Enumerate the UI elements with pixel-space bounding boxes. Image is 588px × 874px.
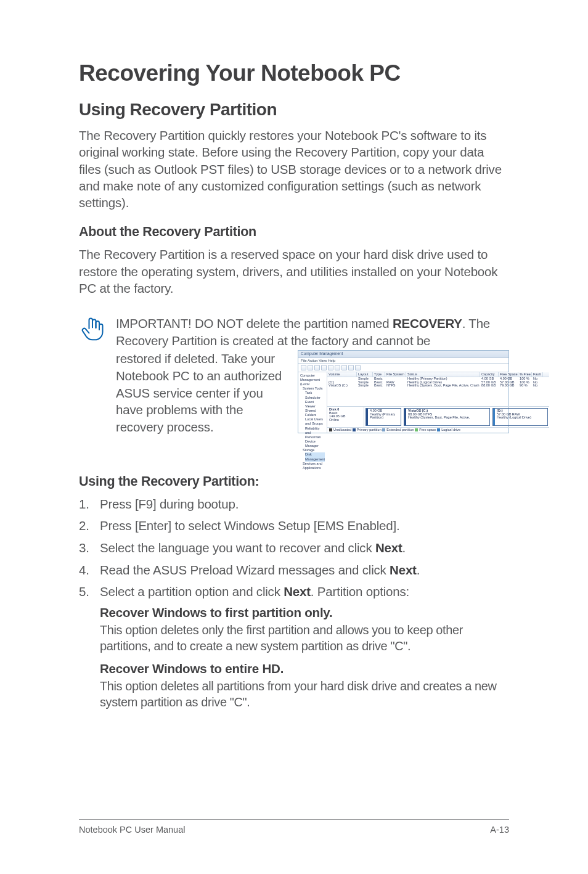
- steps-list: Press [F9] during bootup.Press [Enter] t…: [79, 496, 509, 600]
- option-body: This option deletes all partitions from …: [100, 679, 509, 710]
- page-title: Recovering Your Notebook PC: [79, 60, 509, 86]
- step-item: Select the language you want to recover …: [79, 539, 509, 557]
- step-item: Read the ASUS Preload Wizard messages an…: [79, 562, 509, 579]
- page-footer: Notebook PC User Manual A-13: [79, 819, 509, 835]
- section-body: The Recovery Partition quickly restores …: [79, 127, 509, 211]
- step-item: Press [F9] during bootup.: [79, 496, 509, 513]
- section-heading: Using Recovery Partition: [79, 100, 509, 120]
- footer-left: Notebook PC User Manual: [79, 825, 185, 835]
- step-item: Select a partition option and click Next…: [79, 583, 509, 600]
- option-title: Recover Windows to first partition only.: [100, 605, 509, 620]
- important-block: IMPORTANT! DO NOT delete the partition n…: [79, 315, 509, 436]
- grid-rows: SimpleBasicHealthy (Primary Partition)4.…: [327, 377, 549, 388]
- recover-option-1: Recover Windows to first partition only.…: [100, 605, 509, 654]
- disk-info: Disk 0 Basic 149.05 GB Online: [327, 407, 364, 427]
- recover-option-2: Recover Windows to entire HD. This optio…: [100, 661, 509, 710]
- step-item: Press [Enter] to select Windows Setup [E…: [79, 517, 509, 534]
- disk-map: Disk 0 Basic 149.05 GB Online 4.00 GBHea…: [327, 406, 549, 427]
- tree-pane: Computer Management (LocalSystem ToolsTa…: [298, 372, 327, 433]
- using-heading: Using the Recovery Partition:: [79, 474, 509, 489]
- hand-icon: [79, 315, 116, 348]
- about-body: The Recovery Partition is a reserved spa…: [79, 246, 509, 296]
- menubar: File Action View Help: [298, 358, 508, 364]
- important-wrap: restored if deleted. Take your Notebook …: [116, 350, 289, 435]
- legend: Unallocated Primary partition Extended p…: [327, 427, 549, 433]
- option-body: This option deletes only the first parti…: [100, 623, 509, 654]
- about-heading: About the Recovery Partition: [79, 224, 509, 240]
- footer-right: A-13: [490, 825, 509, 835]
- option-title: Recover Windows to entire HD.: [100, 661, 509, 676]
- window-title: Computer Management: [298, 351, 508, 358]
- grid-header: VolumeLayoutTypeFile SystemStatusCapacit…: [327, 372, 549, 378]
- disk-management-screenshot: Computer Management File Action View Hel…: [298, 350, 509, 433]
- toolbar: [298, 364, 508, 372]
- important-text: IMPORTANT! DO NOT delete the partition n…: [116, 315, 509, 349]
